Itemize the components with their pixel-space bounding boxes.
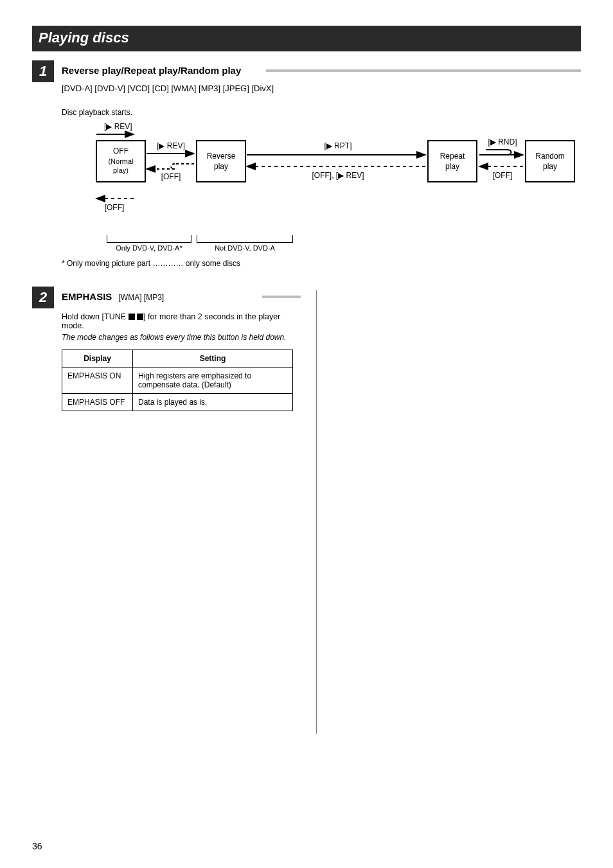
cell-r2-c1: EMPHASIS OFF: [62, 394, 133, 411]
step-number-2: 2: [32, 287, 54, 308]
b12-top: [▶ REV]: [157, 141, 185, 150]
b34-top: [▶ RND]: [488, 137, 517, 146]
section-2-instruction: Hold down [TUNE ] for more than 2 second…: [62, 312, 301, 330]
section-1-header: 1 Reverse play/Repeat play/Random play: [32, 60, 581, 82]
table-header-setting: Setting: [133, 350, 293, 368]
bracket-2: [197, 235, 293, 243]
svg-rect-5: [197, 141, 245, 182]
diagram-startarrow-label: [▶ REV]: [104, 122, 132, 131]
page-header: Playing discs: [32, 26, 581, 51]
diagram-off-out: [OFF]: [105, 203, 125, 212]
section1-footnotes: * Only moving picture part ………… only som…: [62, 258, 581, 269]
b23-top: [▶ RPT]: [324, 141, 351, 150]
box1-l1: OFF: [113, 146, 129, 155]
box4-l1: Random: [535, 152, 564, 161]
square-icon: [129, 314, 135, 320]
square-icon: [137, 314, 143, 320]
section-1-rule: [266, 69, 581, 72]
box3-l2: play: [445, 162, 459, 171]
b34-bot: [OFF]: [493, 171, 513, 180]
section-2-types: [WMA] [MP3]: [119, 293, 164, 302]
table-header-display: Display: [62, 350, 133, 368]
section-1-title: Reverse play/Repeat play/Random play: [62, 60, 258, 76]
table-row: EMPHASIS OFF Data is played as is.: [62, 394, 293, 411]
diagram-brackets: Only DVD-V, DVD-A* Not DVD-V, DVD-A: [107, 235, 581, 252]
section-2-header: 2 EMPHASIS [WMA] [MP3]: [32, 287, 301, 308]
page-number: 36: [32, 841, 42, 851]
b12-bot: [OFF]: [161, 172, 181, 181]
step-number-2-text: 2: [39, 289, 47, 306]
column-divider: [316, 290, 317, 734]
emphasis-table: Display Setting EMPHASIS ON High registe…: [62, 350, 293, 411]
section-2-title: EMPHASIS [WMA] [MP3]: [62, 287, 251, 302]
diagram-off-start-label: Disc playback starts.: [62, 108, 132, 117]
lower-two-column: 2 EMPHASIS [WMA] [MP3] Hold down [TUNE ]…: [32, 287, 581, 734]
svg-rect-8: [428, 141, 477, 182]
playmode-diagram: Disc playback starts. [▶ REV] OFF (Norma…: [62, 102, 581, 233]
step-number-1: 1: [32, 60, 54, 82]
right-column: [332, 287, 581, 734]
section-2-title-text: EMPHASIS: [62, 291, 112, 302]
box4-l2: play: [543, 162, 557, 171]
b23-bot: [OFF], [▶ REV]: [312, 171, 364, 180]
left-column: 2 EMPHASIS [WMA] [MP3] Hold down [TUNE ]…: [32, 287, 301, 734]
box1-l3: play): [113, 166, 129, 174]
box2-l1: Reverse: [207, 152, 236, 161]
section-2-rule: [262, 296, 301, 298]
bracket-1: [107, 235, 191, 243]
box1-l2: (Normal: [108, 157, 133, 165]
cell-r2-c2: Data is played as is.: [133, 394, 293, 411]
cell-r1-c1: EMPHASIS ON: [62, 368, 133, 394]
step-number-1-text: 1: [39, 63, 47, 80]
section-1-subtitle: [DVD-A] [DVD-V] [VCD] [CD] [WMA] [MP3] […: [62, 84, 581, 93]
box2-l2: play: [214, 162, 228, 171]
cell-r1-c2: High registers are emphasized to compens…: [133, 368, 293, 394]
table-row: EMPHASIS ON High registers are emphasize…: [62, 368, 293, 394]
table-row: Display Setting: [62, 350, 293, 368]
page-header-text: Playing discs: [39, 30, 129, 46]
section2-intro1: Hold down [TUNE: [62, 312, 129, 321]
svg-rect-11: [526, 141, 574, 182]
section-2-instruction-2: The mode changes as follows every time t…: [62, 333, 301, 342]
box3-l1: Repeat: [440, 152, 465, 161]
